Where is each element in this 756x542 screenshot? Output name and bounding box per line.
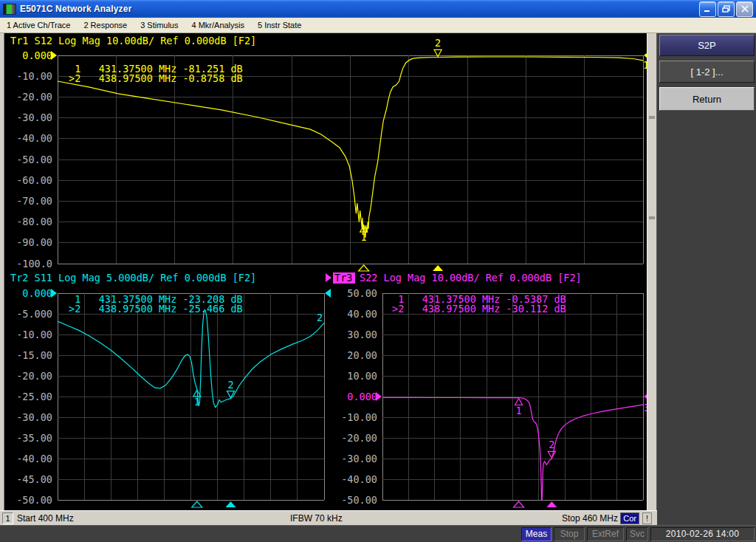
tr2-y-axis-label: -20.00 [16, 370, 52, 382]
sweep-stop-indicator: Stop [554, 527, 585, 541]
tr3-y-axis-label: -50.00 [341, 494, 377, 506]
tr1-y-axis-label: -30.00 [16, 112, 52, 123]
tr2-stimulus-marker2-icon[interactable] [225, 501, 236, 507]
tr2-y-axis-label: -5.000 [16, 308, 52, 320]
correction-badge: Cor [620, 512, 639, 524]
menu-item[interactable]: 1 Active Ch/Trace [0, 18, 77, 32]
tr2-header: Tr2 S11 Log Mag 5.000dB/ Ref 0.000dB [F2… [10, 272, 256, 284]
tr2-marker2-label: 2 [227, 379, 233, 391]
start-frequency-label: Start 400 MHz [17, 513, 74, 524]
tr1-marker1-label: 1 [361, 231, 367, 243]
tr1-y-axis-label: -100.0 [16, 258, 52, 270]
tr1-marker2-label: 2 [435, 37, 441, 49]
tr3-y-axis-label: -20.00 [341, 432, 377, 444]
tr1-y-axis-label: -60.00 [16, 174, 52, 186]
tr2-plot[interactable]: 0.000-5.000-10.00-15.00-20.00-25.00-30.0… [10, 272, 331, 507]
tr1-y-axis-label: 0.000 [22, 49, 52, 61]
active-trace-arrow-icon [326, 273, 331, 282]
tr1-y-axis-label: -70.00 [16, 195, 52, 207]
menu-bar: 1 Active Ch/Trace2 Response3 Stimulus4 M… [0, 18, 756, 33]
tr3-y-axis-label: 40.00 [347, 308, 377, 320]
tr1-y-axis-label: -40.00 [16, 132, 52, 144]
softkey-panel: S2P [ 1-2 ]... Return [657, 33, 756, 510]
tr3-stimulus-marker2-icon[interactable] [546, 501, 557, 507]
softkey-return-button[interactable]: Return [659, 87, 755, 111]
tr3-y-axis-label: 10.00 [347, 370, 377, 382]
menu-item[interactable]: 4 Mkr/Analysis [185, 18, 251, 32]
tr3-stimulus-marker1-icon[interactable] [514, 501, 524, 507]
instrument-screen: 0.000-10.00-20.00-30.00-40.00-50.00-60.0… [0, 33, 756, 510]
warning-badge: ! [642, 512, 652, 524]
meas-indicator: Meas [521, 527, 551, 541]
ifbw-label: IFBW 70 kHz [290, 513, 343, 524]
tr1-y-axis-label: -10.00 [16, 70, 52, 82]
tr1-stimulus-marker1-icon[interactable] [359, 265, 369, 271]
close-button[interactable] [736, 1, 753, 17]
tr3-y-axis-label: -30.00 [341, 453, 377, 464]
tr1-y-axis-label: -50.00 [16, 154, 52, 165]
tr3-ref-level-arrow-left [376, 392, 382, 401]
tr3-marker1-label: 1 [516, 405, 522, 416]
tr3-marker2-label: 2 [549, 439, 554, 450]
app-icon [3, 4, 16, 15]
softkey-splitter [647, 33, 657, 510]
tr1-marker-readout: >2 438.97500 MHz -0.8758 dB [69, 72, 243, 84]
tr2-y-axis-label: 0.000 [22, 287, 52, 299]
restore-icon [722, 5, 730, 13]
window-controls [699, 1, 753, 17]
tr2-y-axis-label: -25.00 [16, 391, 52, 402]
title-bar[interactable]: E5071C Network Analyzer [0, 0, 756, 18]
extref-indicator: ExtRef [587, 527, 624, 541]
e5071c-window: E5071C Network Analyzer 1 Active Ch/Trac… [0, 0, 756, 542]
tr1-ref-level-arrow-left [51, 51, 57, 60]
tr3-y-axis-label: 30.00 [347, 329, 377, 340]
tr2-y-axis-label: -45.00 [16, 473, 52, 485]
tr2-ref-level-arrow-right [325, 289, 331, 298]
tr1-y-axis-label: -20.00 [16, 91, 52, 103]
tr2-y-axis-label: -15.00 [16, 349, 52, 361]
tr3-y-axis-label: -40.00 [341, 473, 377, 485]
window-title: E5071C Network Analyzer [20, 4, 132, 14]
tr2-y-axis-label: -30.00 [16, 411, 52, 423]
softkey-button-ports[interactable]: [ 1-2 ]... [659, 61, 755, 83]
minimize-button[interactable] [699, 1, 716, 17]
tr3-marker-readout: >2 438.97500 MHz -30.112 dB [392, 303, 566, 315]
splitter-notch [649, 116, 655, 119]
tr2-stimulus-marker1-icon[interactable] [192, 501, 202, 507]
tr3-y-axis-label: 50.00 [347, 287, 377, 299]
channel-indicator: 1 [2, 512, 13, 524]
close-icon [741, 5, 749, 13]
softkey-menu-title: S2P [659, 35, 755, 56]
restore-button[interactable] [718, 1, 735, 17]
tr2-y-axis-label: -10.00 [16, 329, 52, 340]
menu-item[interactable]: 3 Stimulus [134, 18, 185, 32]
tr2-y-axis-label: -40.00 [16, 453, 52, 464]
minimize-icon [704, 6, 712, 13]
tr3-plot[interactable]: 50.0040.0030.0020.0010.000.000-10.00-20.… [326, 272, 650, 507]
splitter-notch [649, 216, 655, 219]
tr3-header: S22 Log Mag 10.00dB/ Ref 0.000dB [F2] [360, 272, 582, 284]
stop-frequency-label: Stop 460 MHz [562, 513, 618, 524]
tr1-stimulus-marker2-icon[interactable] [433, 265, 443, 271]
instrument-status-bar: Meas Stop ExtRef Svc 2010-02-26 14:00 [0, 525, 756, 542]
tr2-marker-readout: >2 438.97500 MHz -25.466 dB [69, 303, 243, 315]
plot-area[interactable]: 0.000-10.00-20.00-30.00-40.00-50.00-60.0… [0, 33, 653, 510]
tr1-header: Tr1 S12 Log Mag 10.00dB/ Ref 0.000dB [F2… [10, 35, 256, 47]
tr2-trace-number-label: 2 [317, 312, 323, 323]
datetime-display: 2010-02-26 14:00 [650, 527, 755, 541]
tr2-ref-level-arrow-left [51, 289, 57, 298]
svc-indicator: Svc [626, 527, 648, 541]
tr1-y-axis-label: -90.00 [16, 236, 52, 248]
menu-item[interactable]: 5 Instr State [251, 18, 308, 32]
tr2-y-axis-label: -50.00 [16, 494, 52, 506]
tr3-y-axis-label: 20.00 [347, 349, 377, 361]
tr1-y-axis-label: -80.00 [16, 216, 52, 227]
status-bar-inner: 1 Start 400 MHz IFBW 70 kHz Stop 460 MHz… [0, 510, 657, 525]
tr3-y-axis-label: -10.00 [341, 411, 377, 423]
tr3-y-axis-label: 0.000 [347, 391, 377, 402]
tr2-marker1-label: 1 [194, 396, 200, 408]
tr3-badge-label: Tr3 [334, 272, 352, 284]
tr2-y-axis-label: -35.00 [16, 432, 52, 444]
menu-item[interactable]: 2 Response [77, 18, 134, 32]
tr1-plot[interactable]: 0.000-10.00-20.00-30.00-40.00-50.00-60.0… [10, 35, 650, 271]
